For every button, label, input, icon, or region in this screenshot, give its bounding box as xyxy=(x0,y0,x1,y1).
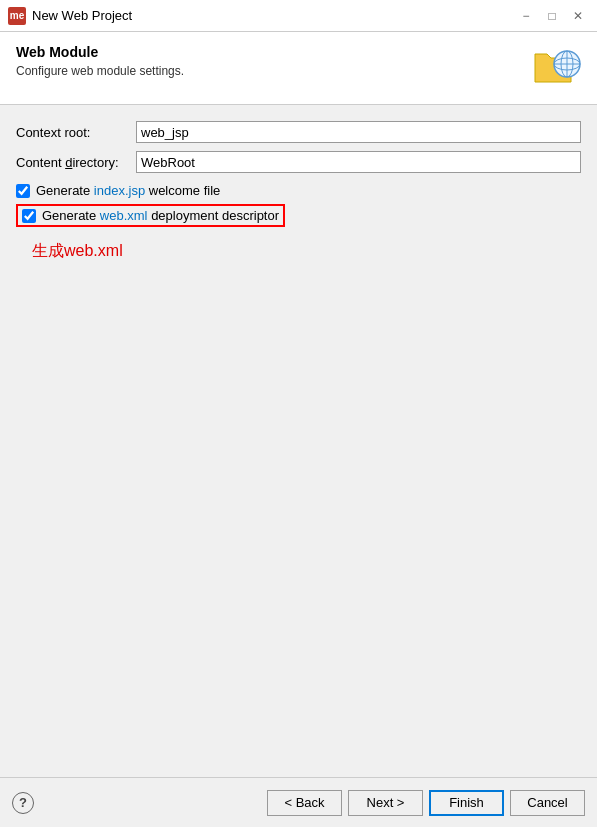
app-icon: me xyxy=(8,7,26,25)
titlebar: me New Web Project − □ ✕ xyxy=(0,0,597,32)
generate-webxml-highlight-box: Generate web.xml deployment descriptor xyxy=(16,204,285,227)
window-title: New Web Project xyxy=(32,8,515,23)
help-button[interactable]: ? xyxy=(12,792,34,814)
header-title: Web Module xyxy=(16,44,184,60)
footer-buttons: < Back Next > Finish Cancel xyxy=(267,790,585,816)
footer-help: ? xyxy=(12,792,34,814)
annotation-text: 生成web.xml xyxy=(32,241,581,262)
generate-webxml-label: Generate web.xml deployment descriptor xyxy=(42,208,279,223)
index-jsp-highlight: index.jsp xyxy=(94,183,145,198)
form-area: Context root: Content directory: Generat… xyxy=(0,105,597,777)
generate-webxml-wrapper: Generate web.xml deployment descriptor xyxy=(16,204,581,233)
header-text: Web Module Configure web module settings… xyxy=(16,44,184,78)
dialog-body: Web Module Configure web module settings… xyxy=(0,32,597,777)
dialog-header: Web Module Configure web module settings… xyxy=(0,32,597,105)
close-button[interactable]: ✕ xyxy=(567,5,589,27)
back-button[interactable]: < Back xyxy=(267,790,342,816)
next-button[interactable]: Next > xyxy=(348,790,423,816)
window-controls: − □ ✕ xyxy=(515,5,589,27)
context-root-input[interactable] xyxy=(136,121,581,143)
generate-index-checkbox[interactable] xyxy=(16,184,30,198)
content-dir-underline-char: d xyxy=(65,155,72,170)
web-xml-highlight: web.xml xyxy=(100,208,148,223)
globe-icon xyxy=(533,44,581,92)
generate-webxml-checkbox[interactable] xyxy=(22,209,36,223)
content-directory-label: Content directory: xyxy=(16,155,136,170)
maximize-button[interactable]: □ xyxy=(541,5,563,27)
header-subtitle: Configure web module settings. xyxy=(16,64,184,78)
context-root-row: Context root: xyxy=(16,121,581,143)
dialog-footer: ? < Back Next > Finish Cancel xyxy=(0,777,597,827)
content-directory-row: Content directory: xyxy=(16,151,581,173)
minimize-button[interactable]: − xyxy=(515,5,537,27)
finish-button[interactable]: Finish xyxy=(429,790,504,816)
context-root-label: Context root: xyxy=(16,125,136,140)
generate-index-label: Generate index.jsp welcome file xyxy=(36,183,220,198)
cancel-button[interactable]: Cancel xyxy=(510,790,585,816)
generate-index-row: Generate index.jsp welcome file xyxy=(16,183,581,198)
content-directory-input[interactable] xyxy=(136,151,581,173)
